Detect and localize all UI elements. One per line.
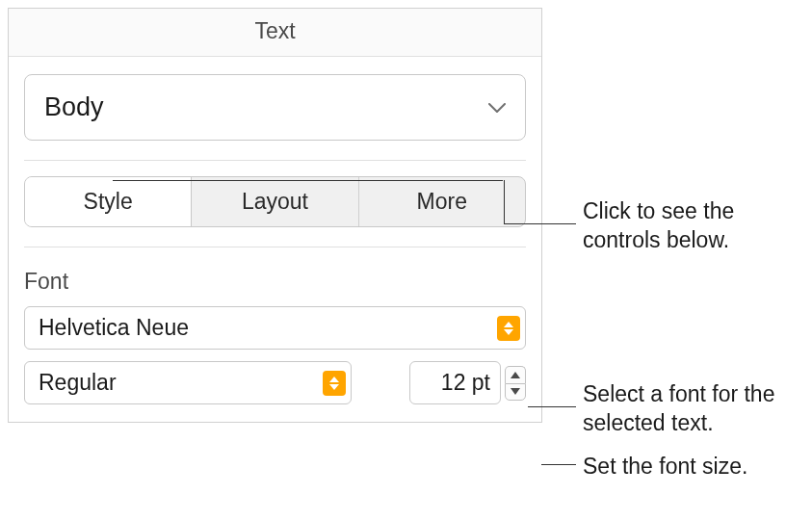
callout-font: Select a font for the selected text. bbox=[583, 380, 804, 438]
tabs-segmented-control: Style Layout More bbox=[24, 176, 526, 227]
tab-label: Layout bbox=[242, 189, 308, 214]
divider bbox=[24, 247, 526, 247]
font-section-label: Font bbox=[24, 269, 526, 295]
tab-label: More bbox=[417, 189, 467, 214]
callout-size: Set the font size. bbox=[583, 453, 804, 481]
stepper-down-button[interactable] bbox=[505, 383, 526, 401]
stepper-up-button[interactable] bbox=[505, 366, 526, 383]
text-inspector-panel: Text Body Style Layout More Font Helveti… bbox=[8, 8, 542, 423]
callout-line bbox=[113, 180, 503, 181]
callout-line bbox=[504, 223, 576, 224]
tab-style[interactable]: Style bbox=[25, 177, 192, 226]
tab-more[interactable]: More bbox=[359, 177, 525, 226]
callout-tabs: Click to see the controls below. bbox=[583, 197, 804, 255]
popup-arrows-icon bbox=[497, 316, 520, 341]
panel-title: Text bbox=[9, 9, 541, 57]
font-typeface-popup[interactable]: Regular bbox=[24, 361, 352, 404]
tab-label: Style bbox=[84, 189, 133, 214]
paragraph-style-value: Body bbox=[44, 92, 104, 122]
divider bbox=[24, 160, 526, 161]
callout-line bbox=[541, 464, 576, 465]
triangle-up-icon bbox=[511, 372, 520, 378]
callout-line bbox=[528, 406, 576, 407]
font-size-stepper bbox=[505, 366, 526, 401]
popup-arrows-icon bbox=[323, 371, 346, 396]
callout-line bbox=[504, 180, 505, 223]
font-size-input[interactable] bbox=[409, 361, 501, 404]
tab-layout[interactable]: Layout bbox=[192, 177, 358, 226]
chevron-down-icon bbox=[488, 103, 506, 113]
triangle-down-icon bbox=[511, 388, 520, 395]
font-size-group bbox=[409, 361, 526, 404]
paragraph-style-dropdown[interactable]: Body bbox=[24, 74, 526, 141]
font-family-value: Helvetica Neue bbox=[39, 315, 189, 341]
font-family-popup[interactable]: Helvetica Neue bbox=[24, 306, 526, 350]
font-typeface-value: Regular bbox=[39, 370, 117, 396]
